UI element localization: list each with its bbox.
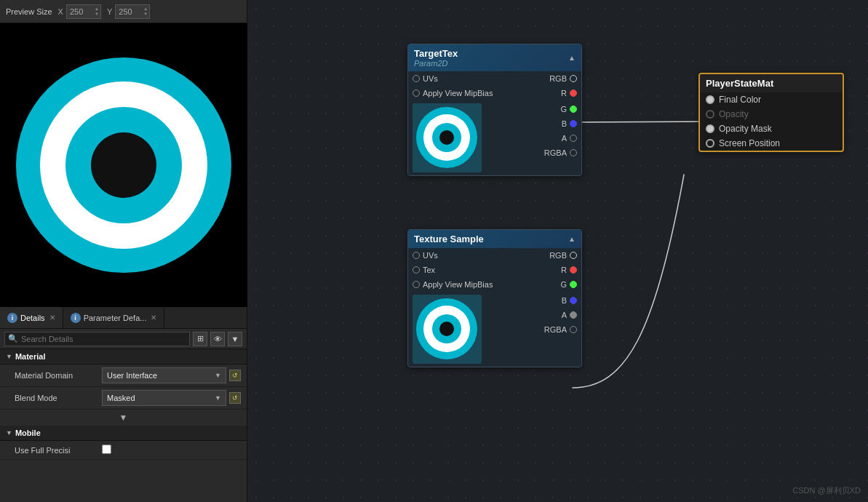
preview-y-input[interactable]: 250 ▲▼ [115,4,150,19]
material-domain-dropdown[interactable]: User Interface ▼ [102,367,226,383]
mip-in-pin-2[interactable] [413,281,420,288]
tab-details-label: Details [20,314,45,322]
screen-position-label: Screen Position [719,138,780,148]
texture-sample-preview [413,295,482,364]
final-color-pin[interactable] [706,95,714,104]
mobile-collapse-arrow: ▼ [6,429,12,437]
b-out-pin-1[interactable] [570,120,577,127]
a-out-pin-1[interactable] [570,135,577,142]
mip-in-pin-1[interactable] [413,89,420,97]
a-pin-row-2: A [486,308,581,322]
b-pin-row-1: B [486,116,581,131]
material-section-label: Material [15,352,46,361]
preview-canvas [0,23,247,307]
right-pins-1: G B A [486,100,581,160]
search-icon: 🔍 [8,334,18,343]
preview-x-group: X 250 ▲▼ [58,4,101,19]
right-pins-2: B A RGBA [486,292,581,337]
tab-param-def[interactable]: i Parameter Defa... ✕ [63,307,165,328]
rgb-out-pin-1[interactable] [570,75,577,82]
target-tex-collapse[interactable]: ▲ [568,54,576,62]
rgba-out-label-2: RGBA [544,325,567,334]
details-icon: i [7,313,17,323]
pin-row-mip-g-2: Apply View MipBias G [408,277,581,292]
blend-mode-reset[interactable]: ↺ [229,392,241,404]
r-out-pin-2[interactable] [570,266,577,274]
material-domain-reset[interactable]: ↺ [229,370,241,381]
grid-view-button[interactable]: ⊞ [193,332,207,346]
filter-button[interactable]: 👁 [210,332,225,346]
search-input[interactable] [21,335,186,343]
y-label: Y [107,7,112,16]
blend-mode-arrow: ▼ [215,394,221,402]
opacity-pin[interactable] [706,110,714,119]
mobile-section-header[interactable]: ▼ Mobile [0,426,247,441]
a-pin-row-1: A [486,131,581,146]
rgb-out-label-2: RGB [549,251,567,260]
final-color-row: Final Color [700,92,843,107]
preview-bar: Preview Size X 250 ▲▼ Y 250 ▲▼ [0,0,247,23]
blend-mode-dropdown[interactable]: Masked ▼ [102,390,226,406]
target-tex-node[interactable]: TargetTex Param2D ▲ UVs RGB Apply View M… [407,44,582,176]
uvs-in-pin-1[interactable] [413,75,420,82]
rgba-pin-row-1: RGBA [486,146,581,160]
opacity-mask-row: Opacity Mask [700,121,843,136]
blend-mode-value: Masked ▼ [102,390,226,406]
r-out-pin-1[interactable] [570,89,577,97]
use-full-precision-label: Use Full Precisi [15,446,102,455]
close-details-tab[interactable]: ✕ [49,314,55,322]
preview-pins-row-2: B A RGBA [408,292,581,367]
filter-arrow-button[interactable]: ▼ [228,332,242,346]
opacity-mask-pin[interactable] [706,124,714,133]
target-tex-header: TargetTex Param2D ▲ [408,44,581,71]
tab-details[interactable]: i Details ✕ [0,307,63,328]
material-collapse-arrow: ▼ [6,353,12,360]
texture-sample-node[interactable]: Texture Sample ▲ UVs RGB Tex R [407,229,582,367]
g-out-pin-2[interactable] [570,281,577,288]
uvs-in-pin-2[interactable] [413,252,420,259]
g-out-pin-1[interactable] [570,105,577,113]
mobile-section-label: Mobile [15,429,41,437]
preview-size-label: Preview Size [6,7,52,16]
use-full-precision-checkbox[interactable] [102,445,111,454]
svg-point-3 [91,132,156,198]
screen-position-pin[interactable] [706,139,714,148]
filter-expand-row[interactable]: ▼ [0,410,247,426]
texture-sample-title: Texture Sample [414,234,484,244]
rgba-out-pin-1[interactable] [570,149,577,156]
pin-row-uvs-2: UVs RGB [408,248,581,263]
rgb-out-pin-2[interactable] [570,252,577,259]
preview-x-input[interactable]: 250 ▲▼ [66,4,101,19]
preview-g-row-1: G B A [408,100,581,175]
b-pin-row-2: B [486,293,581,308]
texture-sample-header: Texture Sample ▲ [408,230,581,248]
svg-point-8 [439,130,454,145]
a-out-label-2: A [562,311,567,319]
player-state-mat-header: PlayerStateMat [700,74,843,92]
b-out-label-1: B [562,119,567,128]
b-out-pin-2[interactable] [570,297,577,304]
rgba-out-label-1: RGBA [544,148,567,157]
param-def-icon: i [71,313,81,323]
blend-mode-row: Blend Mode Masked ▼ ↺ [0,387,247,410]
close-param-def-tab[interactable]: ✕ [151,314,156,322]
target-tex-subtitle: Param2D [414,59,458,68]
r-out-label-1: R [561,89,567,97]
a-out-pin-2[interactable] [570,311,577,319]
rgba-out-pin-2[interactable] [570,326,577,333]
final-color-label: Final Color [719,95,761,105]
x-label: X [58,7,63,16]
use-full-precision-value [102,445,241,456]
player-state-mat-title: PlayerStateMat [706,78,773,89]
player-state-mat-node[interactable]: PlayerStateMat Final Color Opacity Opaci… [698,73,844,152]
texture-sample-collapse[interactable]: ▲ [568,235,576,243]
uvs-in-label-2: UVs [423,251,438,260]
material-section-header[interactable]: ▼ Material [0,349,247,364]
rgba-pin-row-2: RGBA [486,322,581,337]
preview-y-group: Y 250 ▲▼ [107,4,150,19]
material-domain-value: User Interface ▼ [102,367,226,383]
pin-row-uvs-1: UVs RGB [408,71,581,86]
tex-in-pin[interactable] [413,266,420,274]
pin-row-tex-r-2: Tex R [408,263,581,277]
preview-image [15,56,233,274]
